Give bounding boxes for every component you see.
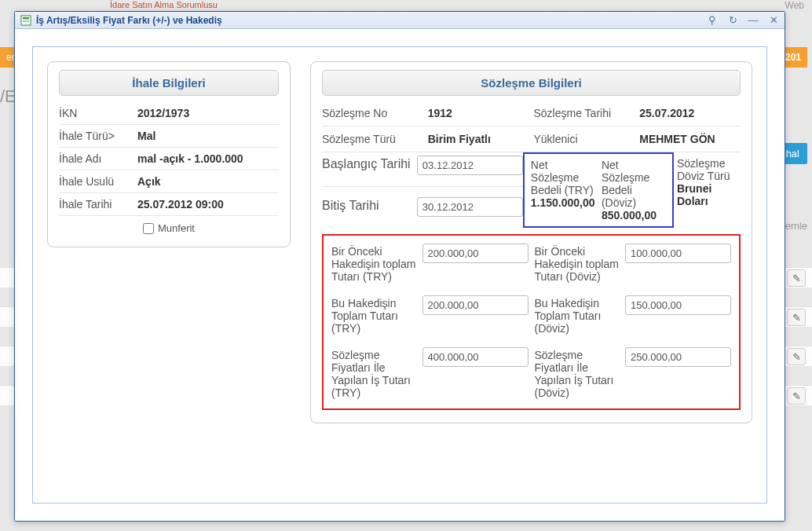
sozlesme-header: Sözleşme Bilgileri	[322, 70, 741, 96]
ihale-header: İhale Bilgileri	[59, 70, 279, 96]
net-try-value: 1.150.000,00	[531, 196, 595, 209]
sozlesme-panel: Sözleşme Bilgileri Sözleşme No 1912 Sözl…	[310, 61, 752, 423]
content-frame: İhale Bilgileri İKN 2012/1973 İhale Türü…	[32, 46, 767, 504]
document-icon	[20, 14, 32, 27]
minimize-icon[interactable]: —	[747, 14, 759, 26]
modal-title: İş Artış/Eksiliş Fiyat Farkı (+/-) ve Ha…	[36, 15, 706, 26]
onceki-try-label: Bir Önceki Hakedişin toplam Tutarı (TRY)	[331, 244, 416, 284]
yuklenici-value: MEHMET GÖN	[639, 128, 741, 150]
ihale-usulu-label: İhale Usulü	[59, 175, 137, 188]
doviz-turu-value: Brunei Doları	[677, 182, 737, 207]
pencil-icon[interactable]: ✎	[787, 309, 806, 326]
munferit-label: Munferit	[158, 222, 195, 234]
ikn-label: İKN	[59, 107, 137, 119]
hakedis-highlight-box: Bir Önceki Hakedişin toplam Tutarı (TRY)…	[322, 234, 741, 410]
pencil-icon[interactable]: ✎	[787, 348, 806, 365]
ihale-adi-value: mal -açık - 1.000.000	[137, 152, 279, 165]
close-icon[interactable]: ✕	[767, 14, 780, 26]
ihale-tarihi-label: İhale Tarihi	[59, 198, 137, 211]
sozlesme-tarih-value: 25.07.2012	[639, 102, 741, 124]
modal-body: İhale Bilgileri İKN 2012/1973 İhale Türü…	[15, 29, 785, 521]
onceki-doviz-input[interactable]	[625, 244, 731, 263]
ihale-turu-label: İhale Türü>	[59, 130, 137, 142]
yuklenici-label: Yüklenici	[534, 128, 635, 150]
pin-icon[interactable]: ⚲	[706, 14, 719, 26]
bu-doviz-label: Bu Hakedişin Toplam Tutarı (Döviz)	[535, 295, 620, 336]
munferit-checkbox[interactable]	[143, 223, 154, 234]
bu-try-input[interactable]	[422, 295, 529, 315]
bg-subtitle: İdare Satın Alma Sorumlusu	[110, 0, 218, 9]
ihale-usulu-value: Açık	[137, 175, 279, 188]
bg-text-emle: emle	[785, 220, 807, 232]
svg-rect-1	[23, 17, 29, 19]
ihale-panel: İhale Bilgileri İKN 2012/1973 İhale Türü…	[47, 61, 291, 247]
ikn-value: 2012/1973	[137, 107, 279, 119]
baslangic-tarihi-label: Başlangıç Tarihi	[322, 152, 412, 186]
ihale-adi-label: İhale Adı	[59, 152, 137, 165]
sozlesme-turu-label: Sözleşme Türü	[322, 128, 423, 150]
doviz-turu-label: Sözleşme Döviz Türü	[677, 157, 737, 182]
doviz-turu-box: Sözleşme Döviz Türü Brunei Doları	[674, 152, 741, 228]
sozlesme-no-value: 1912	[428, 102, 529, 124]
fiyat-try-input[interactable]	[422, 347, 529, 367]
sozlesme-tarih-label: Sözleşme Tarihi	[534, 102, 635, 124]
baslangic-tarihi-input[interactable]	[417, 156, 523, 175]
svg-rect-3	[23, 21, 29, 22]
ihale-tarihi-value: 25.07.2012 09:00	[137, 198, 279, 211]
modal-window: İş Artış/Eksiliş Fiyat Farkı (+/-) ve Ha…	[14, 11, 785, 522]
net-bedel-highlight-box: Net Sözleşme Bedeli (TRY) 1.150.000,00 N…	[523, 152, 674, 228]
fiyat-doviz-input[interactable]	[625, 347, 731, 367]
refresh-icon[interactable]: ↻	[726, 14, 739, 26]
bg-right-text: Web	[785, 0, 804, 11]
net-doviz-value: 850.000,00	[602, 209, 666, 222]
net-try-label: Net Sözleşme Bedeli (TRY)	[531, 159, 595, 196]
svg-rect-2	[23, 20, 29, 20]
net-doviz-label: Net Sözleşme Bedeli (Döviz)	[602, 159, 666, 209]
onceki-try-input[interactable]	[422, 244, 529, 263]
bitis-tarihi-input[interactable]	[417, 197, 523, 217]
fiyat-try-label: Sözleşme Fiyatları İle Yapılan İş Tutarı…	[331, 347, 416, 401]
pencil-icon[interactable]: ✎	[787, 269, 806, 287]
bitis-tarihi-label: Bitiş Tarihi	[322, 194, 412, 228]
pencil-icon[interactable]: ✎	[787, 387, 806, 405]
bu-doviz-input[interactable]	[625, 295, 731, 315]
onceki-doviz-label: Bir Önceki Hakedişin toplam Tutarı (Dövi…	[535, 244, 620, 284]
sozlesme-no-label: Sözleşme No	[322, 102, 423, 124]
bu-try-label: Bu Hakedişin Toplam Tutarı (TRY)	[331, 295, 416, 336]
fiyat-doviz-label: Sözleşme Fiyatları İle Yapılan İş Tutarı…	[535, 347, 620, 401]
ihale-turu-value: Mal	[137, 130, 279, 142]
sozlesme-turu-value: Birim Fiyatlı	[428, 128, 529, 150]
modal-titlebar: İş Artış/Eksiliş Fiyat Farkı (+/-) ve Ha…	[15, 12, 785, 29]
